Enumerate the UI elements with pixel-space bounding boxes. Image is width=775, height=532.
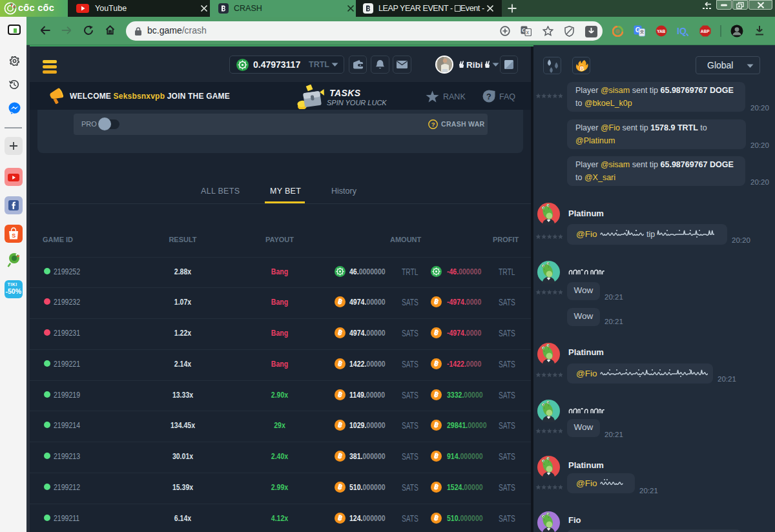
svg-text:S: S: [12, 232, 16, 239]
svg-text:x: x: [526, 29, 530, 36]
svg-text:?: ?: [431, 121, 435, 128]
svg-text:IQ: IQ: [677, 26, 687, 36]
svg-text:YAB: YAB: [657, 29, 665, 34]
svg-text:B: B: [580, 65, 584, 72]
svg-text:ABP: ABP: [701, 29, 710, 34]
svg-text:?: ?: [486, 92, 491, 101]
